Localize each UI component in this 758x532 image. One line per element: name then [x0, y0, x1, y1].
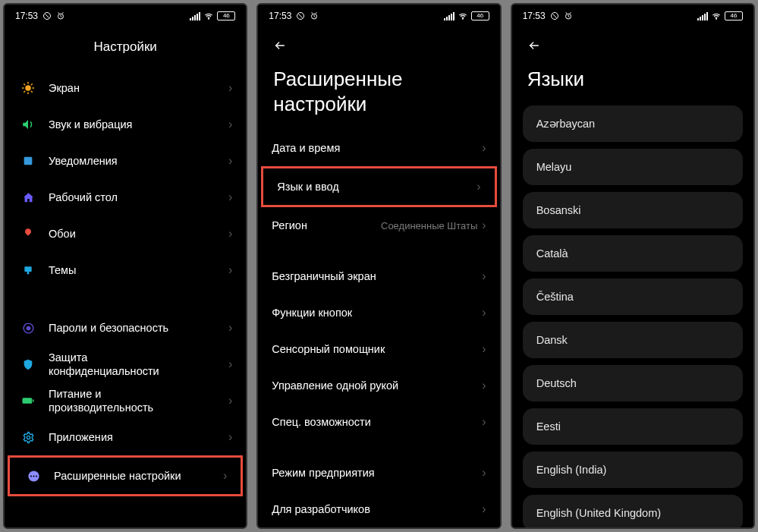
advanced-row[interactable]: Для разработчиков›	[258, 491, 499, 527]
settings-row[interactable]: Защитаконфиденциальности›	[5, 346, 246, 382]
row-label: Спец. возможности	[272, 415, 482, 429]
language-item[interactable]: Čeština	[523, 279, 743, 315]
language-item[interactable]: Eesti	[523, 408, 743, 445]
settings-row[interactable]: Экран›	[5, 70, 246, 106]
language-item[interactable]: Melayu	[523, 149, 743, 185]
language-item[interactable]: Azərbaycan	[523, 105, 743, 142]
svg-line-40	[316, 13, 317, 14]
svg-point-12	[209, 18, 209, 19]
status-bar: 17:53 46	[258, 5, 499, 26]
settings-row[interactable]: Питание ипроизводительность›	[5, 382, 246, 419]
language-list: AzərbaycanMelayuBosanskiCatalàČeštinaDan…	[512, 105, 753, 528]
svg-rect-43	[448, 15, 450, 20]
dnd-icon	[296, 11, 305, 20]
advanced-row[interactable]: Сенсорный помощник›	[258, 331, 499, 367]
row-label: Для разработчиков	[272, 502, 482, 516]
chevron-right-icon: ›	[228, 154, 232, 168]
row-label: Язык и ввод	[277, 180, 477, 194]
advanced-row[interactable]: Функции кнопок›	[258, 294, 499, 331]
svg-point-60	[716, 18, 717, 19]
chevron-right-icon: ›	[228, 394, 232, 408]
language-item[interactable]: Català	[523, 235, 743, 272]
settings-row[interactable]: Звук и вибрация›	[5, 106, 246, 143]
signal-icon	[697, 12, 708, 20]
status-time: 17:53	[269, 11, 291, 21]
svg-rect-11	[199, 12, 200, 20]
sound-icon	[18, 118, 38, 131]
svg-line-16	[24, 84, 25, 85]
status-bar: 17:53 46	[512, 5, 753, 26]
chevron-right-icon: ›	[482, 379, 486, 392]
dots-icon	[24, 470, 43, 483]
chevron-right-icon: ›	[228, 227, 232, 241]
signal-icon	[444, 12, 454, 20]
row-label: Экран	[49, 81, 228, 95]
svg-rect-59	[706, 12, 708, 20]
status-time: 17:53	[523, 11, 546, 21]
row-label: Безграничный экран	[272, 269, 482, 283]
row-label: Защитаконфиденциальности	[49, 351, 228, 378]
advanced-row[interactable]: Безграничный экран›	[258, 258, 499, 294]
signal-icon	[190, 12, 200, 20]
svg-point-32	[33, 475, 34, 477]
svg-rect-58	[704, 14, 706, 20]
row-label: Обои	[49, 227, 228, 241]
settings-row[interactable]: Темы›	[5, 252, 246, 288]
phone-advanced-settings: 17:53 46 Расширенныенастройки Дата и вре…	[256, 3, 501, 529]
svg-rect-10	[197, 14, 198, 20]
row-label: Уведомления	[49, 154, 228, 168]
lock-icon	[18, 322, 38, 335]
alarm-icon	[564, 11, 573, 20]
svg-rect-44	[451, 14, 452, 20]
language-item[interactable]: Bosanski	[523, 192, 743, 228]
wifi-icon	[203, 12, 214, 20]
svg-rect-27	[23, 398, 33, 404]
svg-line-38	[314, 17, 316, 17]
svg-rect-7	[190, 18, 191, 20]
language-item[interactable]: English (United Kingdom)	[523, 495, 743, 528]
dnd-icon	[550, 11, 559, 20]
row-subvalue: Соединенные Штаты	[381, 220, 477, 231]
phone-settings: 17:53 46 Настройки Экран›Звук и вибрация…	[3, 3, 247, 529]
chevron-right-icon: ›	[228, 81, 232, 95]
svg-rect-41	[444, 18, 445, 20]
language-item[interactable]: Dansk	[523, 322, 743, 358]
settings-row[interactable]: Обои›	[5, 216, 246, 252]
row-label: Звук и вибрация	[49, 118, 228, 131]
advanced-row[interactable]: Спец. возможности›	[258, 404, 499, 440]
svg-rect-22	[24, 157, 33, 165]
chevron-right-icon: ›	[482, 269, 486, 283]
chevron-right-icon: ›	[477, 180, 480, 194]
advanced-row[interactable]: Режим предприятия›	[258, 455, 499, 491]
row-label: Рабочий стол	[49, 190, 228, 204]
advanced-row[interactable]: Дата и время›	[258, 130, 499, 166]
svg-point-26	[27, 326, 30, 329]
advanced-list: Дата и время›Язык и ввод›РегионСоединенн…	[258, 130, 499, 527]
home-icon	[18, 191, 38, 204]
advanced-row[interactable]: Управление одной рукой›	[258, 367, 499, 404]
chevron-right-icon: ›	[223, 469, 227, 483]
svg-point-29	[27, 436, 30, 439]
row-label: Питание ипроизводительность	[49, 387, 228, 414]
advanced-row[interactable]: РегионСоединенные Штаты›	[258, 207, 499, 244]
theme-icon	[18, 264, 38, 276]
svg-point-13	[26, 86, 30, 90]
language-item[interactable]: English (India)	[523, 452, 743, 488]
advanced-row[interactable]: Язык и ввод›	[261, 166, 496, 207]
notify-icon	[18, 155, 38, 167]
settings-row[interactable]: Расширенные настройки›	[8, 455, 243, 496]
settings-row[interactable]: Пароли и безопасность›	[5, 310, 246, 346]
language-item[interactable]: Deutsch	[523, 365, 743, 401]
settings-row[interactable]: Рабочий стол›	[5, 179, 246, 216]
row-label: Приложения	[49, 430, 228, 444]
back-button[interactable]	[258, 26, 499, 62]
back-button[interactable]	[512, 26, 753, 62]
settings-row[interactable]: Уведомления›	[5, 143, 246, 179]
battery-icon	[18, 395, 38, 406]
chevron-right-icon: ›	[482, 502, 486, 516]
row-label: Функции кнопок	[272, 306, 482, 320]
svg-line-6	[62, 13, 64, 14]
settings-row[interactable]: Приложения›	[5, 419, 246, 455]
svg-line-52	[568, 17, 570, 17]
sun-icon	[18, 81, 38, 95]
